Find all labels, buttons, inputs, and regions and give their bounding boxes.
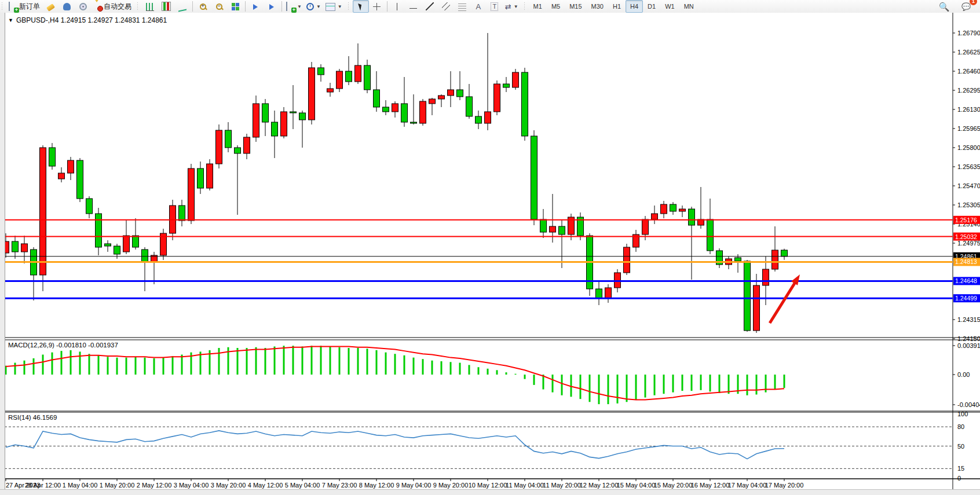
time-tick-label: 4 May 12:00 xyxy=(248,482,283,489)
price-tag-label: 1.25032 xyxy=(955,233,977,240)
bear-candle xyxy=(522,72,528,136)
toolbar-drag-handle[interactable] xyxy=(524,2,526,11)
community-button[interactable] xyxy=(58,0,75,13)
objects-toolbar-group: A T ⇄▼ xyxy=(351,0,522,13)
price-tick-label: 1.25635 xyxy=(957,163,980,170)
chart-shift-button[interactable] xyxy=(264,0,280,13)
search-button[interactable]: 🔍 xyxy=(936,0,952,13)
macd-tick-label: -0.004049 xyxy=(957,401,980,408)
bear-candle xyxy=(401,104,408,122)
tile-windows-button[interactable] xyxy=(227,0,243,13)
price-tag-label: 1.24813 xyxy=(955,258,977,265)
time-tick-label: 12 May 12:00 xyxy=(580,482,619,489)
bear-candle xyxy=(114,246,120,254)
signals-button[interactable] xyxy=(75,0,91,13)
periods-dropdown[interactable]: ▼ xyxy=(304,0,323,13)
autotrading-button[interactable]: 自动交易 xyxy=(91,0,134,13)
auto-scroll-button[interactable] xyxy=(247,0,264,13)
timeframe-button-m15[interactable]: M15 xyxy=(565,0,586,13)
bull-candle xyxy=(679,209,686,211)
bear-candle xyxy=(411,122,417,123)
timeframe-button-m5[interactable]: M5 xyxy=(547,0,565,13)
time-tick-label: 2 May 12:00 xyxy=(137,482,172,489)
notifications-button[interactable]: 💬 1 xyxy=(958,0,974,13)
text-button[interactable]: A xyxy=(470,0,487,13)
crosshair-icon xyxy=(373,3,381,10)
bull-candle xyxy=(642,219,649,234)
metaeditor-button[interactable] xyxy=(42,0,58,13)
bear-candle xyxy=(383,107,389,112)
timeframe-button-d1[interactable]: D1 xyxy=(643,0,660,13)
candlestick-icon xyxy=(162,2,171,11)
indicators-dropdown[interactable]: ▼ xyxy=(323,0,345,13)
macd-tick-label: 0.00 xyxy=(957,371,970,378)
window-left-frame xyxy=(0,13,5,489)
bear-candle xyxy=(105,244,111,246)
bear-candle xyxy=(744,261,751,331)
cursor-button[interactable] xyxy=(353,0,369,13)
bull-candle xyxy=(605,288,612,298)
timeframe-button-mn[interactable]: MN xyxy=(679,0,699,13)
rsi-level-label: 50 xyxy=(957,443,964,450)
fibonacci-button[interactable] xyxy=(454,0,470,13)
timeframe-button-h1[interactable]: H1 xyxy=(608,0,626,13)
toolbar-drag-handle[interactable] xyxy=(137,2,139,11)
bull-candle xyxy=(40,148,46,275)
bull-candle xyxy=(754,285,760,331)
time-tick-label: 3 May 04:00 xyxy=(174,482,209,489)
timeframe-button-m30[interactable]: M30 xyxy=(587,0,608,13)
zoom-out-icon: − xyxy=(216,3,222,10)
equidistant-channel-button[interactable] xyxy=(438,0,454,13)
line-chart-button[interactable] xyxy=(174,0,191,13)
zoom-out-button[interactable]: − xyxy=(211,0,227,13)
price-tag: 1.25032 xyxy=(953,233,980,241)
bear-candle xyxy=(198,168,204,188)
bear-candle xyxy=(735,258,741,261)
bear-candle xyxy=(531,136,537,219)
toolbar-drag-handle[interactable] xyxy=(1,2,3,11)
trendline-button[interactable] xyxy=(422,0,438,13)
timeframe-button-h4[interactable]: H4 xyxy=(626,0,643,13)
time-tick-label: 16 May 12:00 xyxy=(691,482,730,489)
bear-candle xyxy=(540,219,547,232)
trendline-icon xyxy=(426,2,434,10)
bull-candle xyxy=(763,269,769,285)
text-label-button[interactable]: T xyxy=(487,0,503,13)
new-order-button[interactable]: + 新订单 xyxy=(6,0,42,13)
bear-candle xyxy=(12,241,19,252)
candlestick-chart-button[interactable] xyxy=(158,0,174,13)
price-tick-label: 1.26790 xyxy=(957,30,980,36)
time-tick-label: 15 May 20:00 xyxy=(654,482,693,489)
time-tick-label: 3 May 20:00 xyxy=(211,482,246,489)
bear-candle xyxy=(346,71,352,82)
bull-candle xyxy=(448,90,454,96)
price-tick-label: 1.24315 xyxy=(957,316,980,323)
price-tag: 1.24499 xyxy=(953,294,980,302)
time-tick-label: 9 May 04:00 xyxy=(396,482,432,489)
timeframe-button-m1[interactable]: M1 xyxy=(529,0,547,13)
bear-candle xyxy=(503,84,510,87)
zoom-in-button[interactable]: + xyxy=(195,0,211,13)
bull-candle xyxy=(244,137,250,153)
horizontal-line-button[interactable] xyxy=(405,0,422,13)
vertical-line-button[interactable] xyxy=(389,0,405,13)
crosshair-button[interactable] xyxy=(369,0,385,13)
time-tick-label: 1 May 04:00 xyxy=(63,482,98,489)
bull-candle xyxy=(337,71,343,89)
bull-candle xyxy=(68,160,74,173)
toolbar-drag-handle[interactable] xyxy=(348,2,350,11)
price-tick-label: 1.25470 xyxy=(957,182,980,189)
arrows-dropdown[interactable]: ⇄▼ xyxy=(503,0,521,13)
price-tag-label: 1.24499 xyxy=(955,295,977,302)
time-tick-label: 17 May 20:00 xyxy=(765,482,804,489)
bar-chart-button[interactable] xyxy=(142,0,158,13)
time-tick-label: 7 May 23:00 xyxy=(322,482,357,489)
bear-candle xyxy=(457,90,463,97)
timeframe-button-w1[interactable]: W1 xyxy=(660,0,679,13)
bear-candle xyxy=(96,214,102,247)
macd-indicator-label: MACD(12,26,9) -0.001810 -0.001937 xyxy=(8,342,118,349)
price-chart[interactable]: 1.267901.266251.264601.262951.261301.259… xyxy=(0,13,980,489)
new-chart-dropdown[interactable]: +▼ xyxy=(284,0,304,13)
bull-candle xyxy=(652,214,658,219)
standard-toolbar-group: + 新订单 自动交易 xyxy=(5,0,136,13)
